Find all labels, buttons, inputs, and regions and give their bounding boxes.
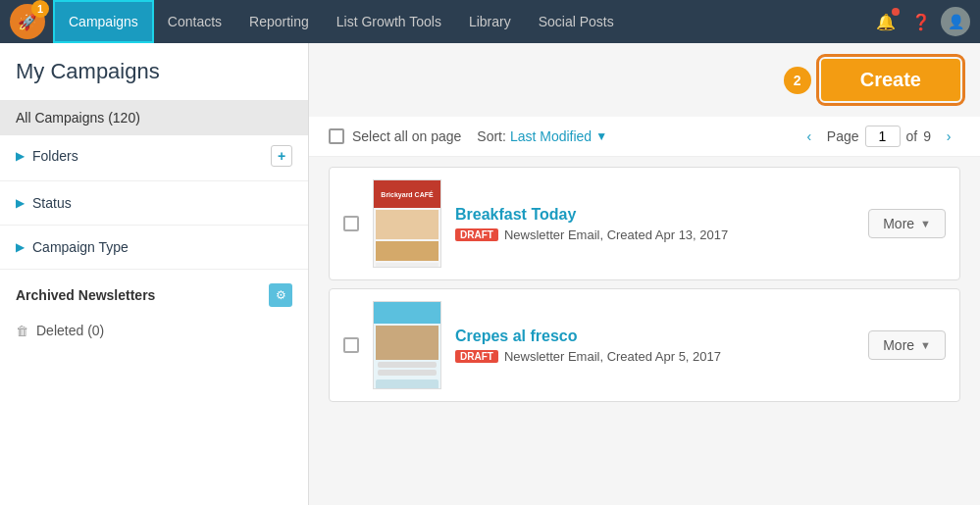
more-button-breakfast-today[interactable]: More ▼ (868, 209, 946, 238)
campaign-info-breakfast-today: Breakfast Today DRAFT Newsletter Email, … (455, 206, 854, 242)
page-total: 9 (923, 128, 931, 144)
nav-right-icons: 🔔 ❓ 👤 (870, 6, 970, 37)
campaign-title-crepes-al-fresco[interactable]: Crepes al fresco (455, 328, 854, 345)
nav-badge: 1 (31, 0, 49, 18)
sort-label: Sort: (477, 128, 506, 144)
select-all-label[interactable]: Select all on page (329, 128, 461, 144)
top-navigation: 🚀 1 Campaigns Contacts Reporting List Gr… (0, 0, 980, 43)
page-of-label: of (906, 128, 918, 144)
sidebar-section-folders[interactable]: ▶ Folders + (0, 135, 308, 177)
page-number-input[interactable] (865, 126, 901, 147)
archived-settings-button[interactable]: ⚙ (269, 283, 292, 307)
status-expand-icon: ▶ (16, 196, 25, 210)
folders-expand-icon: ▶ (16, 149, 25, 163)
nav-item-campaigns[interactable]: Campaigns (53, 0, 154, 43)
deleted-label: Deleted (0) (36, 323, 104, 338)
sort-value[interactable]: Last Modified (510, 128, 592, 144)
archived-newsletters-section: Archived Newsletters ⚙ (0, 274, 308, 317)
campaign-title-breakfast-today[interactable]: Breakfast Today (455, 206, 854, 224)
campaign-type-expand-icon: ▶ (16, 240, 25, 254)
campaign-type-label: Campaign Type (32, 239, 129, 255)
campaign-card-breakfast-today: Brickyard CAFÉ Breakfast Today DRAFT New… (329, 167, 960, 280)
divider-3 (0, 269, 308, 270)
campaign-card-crepes-al-fresco: Crepes al fresco DRAFT Newsletter Email,… (329, 288, 960, 402)
select-all-checkbox[interactable] (329, 128, 344, 144)
content-header: 2 Create (309, 43, 980, 117)
nav-item-reporting[interactable]: Reporting (235, 0, 323, 43)
draft-badge-crepes-al-fresco: DRAFT (455, 350, 498, 363)
draft-badge-breakfast-today: DRAFT (455, 228, 498, 241)
trash-icon: 🗑 (16, 324, 28, 338)
prev-page-button[interactable]: ‹ (798, 125, 821, 148)
campaign-list: Brickyard CAFÉ Breakfast Today DRAFT New… (309, 157, 980, 505)
next-page-button[interactable]: › (937, 125, 960, 148)
divider-1 (0, 180, 308, 181)
nav-item-library[interactable]: Library (455, 0, 525, 43)
campaign-checkbox-breakfast-today[interactable] (343, 216, 359, 231)
campaign-info-crepes-al-fresco: Crepes al fresco DRAFT Newsletter Email,… (455, 328, 854, 364)
notification-badge (892, 8, 900, 16)
main-layout: My Campaigns All Campaigns (120) ▶ Folde… (0, 43, 980, 505)
folders-label: Folders (32, 148, 78, 164)
more-chevron-icon-breakfast: ▼ (920, 218, 931, 229)
more-button-crepes-al-fresco[interactable]: More ▼ (868, 330, 946, 360)
user-avatar[interactable]: 👤 (941, 7, 970, 36)
all-campaigns-filter[interactable]: All Campaigns (120) (0, 100, 308, 135)
add-folder-button[interactable]: + (271, 145, 292, 167)
campaign-meta-crepes-al-fresco: DRAFT Newsletter Email, Created Apr 5, 2… (455, 349, 854, 364)
campaign-meta-breakfast-today: DRAFT Newsletter Email, Created Apr 13, … (455, 227, 854, 242)
campaign-checkbox-crepes-al-fresco[interactable] (343, 337, 359, 353)
pagination-control: ‹ Page of 9 › (798, 125, 960, 148)
help-button[interactable]: ❓ (905, 6, 937, 37)
page-title: My Campaigns (0, 59, 308, 100)
nav-item-contacts[interactable]: Contacts (154, 0, 235, 43)
sidebar-section-status[interactable]: ▶ Status (0, 185, 308, 221)
deleted-section[interactable]: 🗑 Deleted (0) (0, 317, 308, 344)
status-label: Status (32, 195, 72, 211)
page-label: Page (827, 128, 859, 144)
sidebar-section-campaign-type[interactable]: ▶ Campaign Type (0, 229, 308, 265)
sort-control: Sort: Last Modified ▼ (477, 128, 607, 144)
campaigns-toolbar: Select all on page Sort: Last Modified ▼… (309, 117, 980, 157)
archived-newsletters-label: Archived Newsletters (16, 287, 155, 303)
content-area: 2 Create Select all on page Sort: Last M… (309, 43, 980, 505)
sort-chevron-icon[interactable]: ▼ (595, 129, 607, 143)
app-logo[interactable]: 🚀 1 (10, 4, 45, 39)
campaign-type-crepes-al-fresco: Newsletter Email, Created Apr 5, 2017 (504, 349, 721, 364)
nav-item-social-posts[interactable]: Social Posts (525, 0, 628, 43)
campaign-thumbnail-crepes-al-fresco (373, 301, 441, 389)
campaign-type-breakfast-today: Newsletter Email, Created Apr 13, 2017 (504, 227, 728, 242)
divider-2 (0, 225, 308, 226)
select-all-text: Select all on page (352, 128, 461, 144)
notifications-button[interactable]: 🔔 (870, 6, 902, 37)
nav-item-list-growth-tools[interactable]: List Growth Tools (323, 0, 455, 43)
create-campaign-button[interactable]: Create (821, 59, 960, 101)
create-badge: 2 (784, 67, 811, 94)
sidebar: My Campaigns All Campaigns (120) ▶ Folde… (0, 43, 309, 505)
more-chevron-icon-crepes: ▼ (920, 339, 931, 351)
campaign-thumbnail-breakfast-today: Brickyard CAFÉ (373, 179, 441, 268)
